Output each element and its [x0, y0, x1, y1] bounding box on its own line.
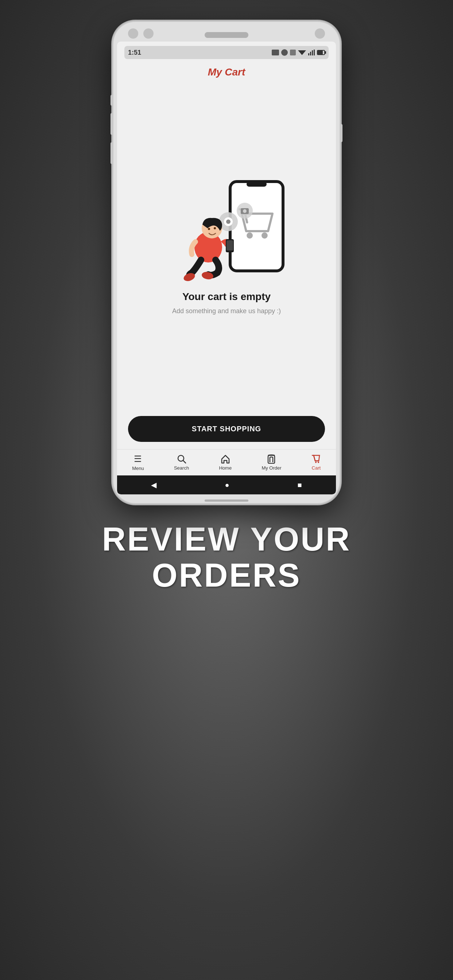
svg-marker-0: [298, 50, 306, 55]
signal-icon: [308, 49, 315, 56]
notification-icon: [272, 49, 279, 56]
nav-item-cart[interactable]: Cart: [311, 454, 321, 471]
volume-down-button: [110, 142, 113, 164]
svg-point-8: [262, 232, 268, 239]
svg-rect-18: [226, 240, 233, 250]
camera-dot-2: [144, 29, 153, 39]
search-icon: [177, 454, 187, 464]
status-time: 1:51: [128, 49, 141, 57]
svg-rect-5: [230, 181, 283, 271]
svg-point-27: [318, 461, 319, 463]
camera-dot-1: [128, 29, 138, 39]
home-indicator: [205, 500, 248, 502]
svg-point-11: [243, 209, 247, 213]
android-recent-button[interactable]: ■: [297, 481, 301, 489]
my-order-icon: [266, 454, 276, 464]
nav-label-my-order: My Order: [262, 465, 281, 471]
battery-icon: [317, 50, 325, 55]
promo-text: REVIEW YOUR ORDERS: [102, 521, 351, 593]
cart-icon: [311, 454, 321, 464]
svg-rect-4: [314, 49, 315, 56]
android-home-button[interactable]: ●: [225, 481, 229, 489]
status-bar: 1:51: [124, 46, 329, 59]
nav-item-search[interactable]: Search: [174, 454, 189, 471]
menu-icon: ☰: [134, 454, 142, 464]
nav-label-menu: Menu: [132, 466, 144, 471]
promo-line-2: ORDERS: [102, 557, 351, 593]
nav-item-menu[interactable]: ☰ Menu: [132, 454, 144, 471]
app-title: My Cart: [208, 66, 246, 78]
phone-top-bar: [113, 22, 340, 39]
camera-dot-right: [315, 29, 325, 39]
power-button: [340, 124, 343, 142]
svg-rect-1: [308, 53, 309, 56]
start-shopping-button[interactable]: START SHOPPING: [128, 416, 325, 442]
svg-point-7: [247, 232, 253, 239]
nav-label-search: Search: [174, 465, 189, 471]
svg-rect-2: [310, 52, 311, 56]
android-nav-bar: ◀ ● ■: [117, 476, 336, 495]
svg-rect-6: [247, 181, 266, 187]
svg-point-14: [226, 220, 231, 224]
illustration-area: Your cart is empty Add something and mak…: [117, 82, 336, 409]
nav-label-cart: Cart: [312, 465, 321, 471]
volume-up-button: [110, 113, 113, 135]
android-back-button[interactable]: ◀: [151, 480, 156, 489]
speaker-bar: [205, 32, 248, 38]
alarm-icon: [281, 49, 288, 56]
svg-line-24: [183, 460, 186, 463]
bottom-nav: ☰ Menu Search Home: [117, 449, 336, 476]
status-icons: [272, 49, 325, 56]
nav-label-home: Home: [219, 465, 231, 471]
svg-rect-3: [312, 50, 313, 56]
app-header: My Cart: [117, 59, 336, 82]
promo-line-1: REVIEW YOUR: [102, 521, 351, 557]
phone-screen: 1:51: [117, 41, 336, 495]
empty-cart-illustration: [164, 174, 289, 284]
svg-point-22: [214, 227, 216, 229]
nav-item-my-order[interactable]: My Order: [262, 454, 281, 471]
svg-point-21: [208, 228, 210, 230]
empty-cart-subtitle: Add something and make us happy :): [172, 306, 281, 316]
storage-icon: [290, 49, 296, 56]
nav-item-home[interactable]: Home: [219, 454, 231, 471]
empty-cart-title: Your cart is empty: [182, 291, 271, 302]
wifi-icon: [298, 49, 306, 56]
camera-left: [128, 29, 153, 39]
svg-point-26: [315, 461, 317, 463]
phone-shell: 1:51: [113, 22, 340, 503]
mute-button: [110, 95, 113, 106]
home-icon: [221, 454, 230, 464]
